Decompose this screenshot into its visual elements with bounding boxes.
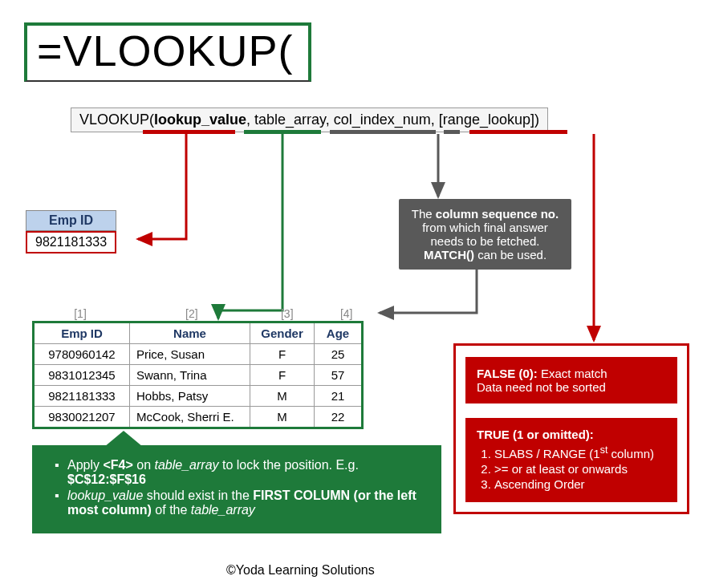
table-row: 9821181333Hobbs, PatsyM21 <box>34 386 363 407</box>
empid-value: 9821181333 <box>26 231 116 253</box>
underline-range-lookup <box>469 130 567 134</box>
formula-text: =VLOOKUP( <box>37 26 294 75</box>
empid-header: Emp ID <box>26 210 116 231</box>
callout-line1: Apply <F4> on table_array to lock the po… <box>55 458 425 487</box>
copyright: ©Yoda Learning Solutions <box>226 563 375 578</box>
underline-lookup-value <box>143 130 235 134</box>
table-row: 9831012345Swann, TrinaF57 <box>34 365 363 386</box>
empid-box: Emp ID 9821181333 <box>26 210 116 253</box>
callout-line2: lookup_value should exist in the FIRST C… <box>55 489 425 517</box>
tooltip-rest: , table_array, col_index_num, [range_loo… <box>246 112 539 128</box>
data-table: Emp ID Name Gender Age 9780960142Price, … <box>32 321 364 429</box>
range-false-block: FALSE (0): Exact match Data need not be … <box>465 357 677 403</box>
range-true-block: TRUE (1 or omitted): SLABS / RANGE (1st … <box>465 418 677 502</box>
table-row: 9780960142Price, SusanF25 <box>34 344 363 365</box>
tooltip-bar: VLOOKUP( lookup_value , table_array, col… <box>71 107 548 132</box>
underline-bridge <box>444 130 460 134</box>
tooltip-fn: VLOOKUP( <box>79 112 154 128</box>
table-array-callout: Apply <F4> on table_array to lock the po… <box>32 445 441 533</box>
table-row: 9830021207McCook, Sherri E.M22 <box>34 407 363 428</box>
formula-input-box[interactable]: =VLOOKUP( <box>24 22 311 82</box>
underline-col-index <box>330 130 436 134</box>
tooltip-arg1: lookup_value <box>154 112 246 128</box>
range-lookup-panel: FALSE (0): Exact match Data need not be … <box>453 343 689 514</box>
column-numbers: [1] [2] [3] [4] <box>32 307 371 320</box>
col-index-callout: The column sequence no. from which final… <box>399 199 571 270</box>
table-header-row: Emp ID Name Gender Age <box>34 322 363 344</box>
underline-table-array <box>244 130 321 134</box>
